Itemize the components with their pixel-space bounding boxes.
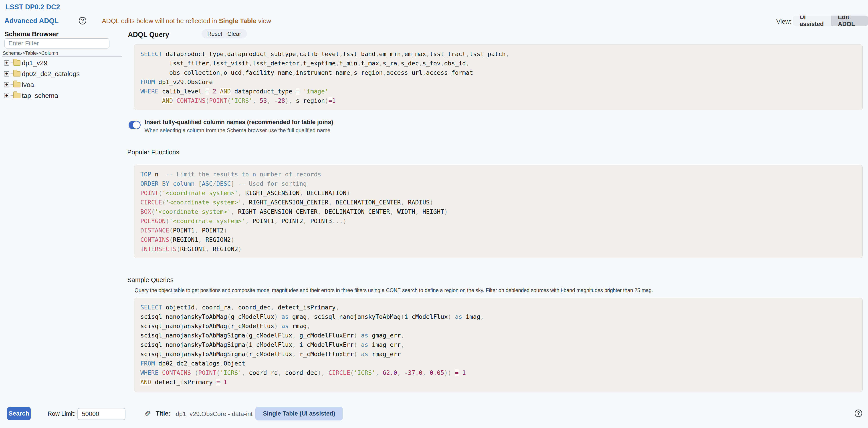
tree-connector xyxy=(10,62,13,63)
pencil-icon[interactable]: ✎ xyxy=(144,409,151,419)
schema-divider xyxy=(2,56,122,57)
expand-icon[interactable]: + xyxy=(4,71,9,77)
help-icon[interactable]: ? xyxy=(855,409,862,417)
tree-item-tap-schema[interactable]: +tap_schema xyxy=(4,90,120,101)
warning-suffix: view xyxy=(256,17,271,25)
tree-item-dp1-v29[interactable]: +dp1_v29 xyxy=(4,57,120,68)
expand-icon[interactable]: + xyxy=(4,60,9,66)
schema-tree: +dp1_v29 +dp02_dc2_catalogs +ivoa +tap_s… xyxy=(4,57,120,101)
tree-item-label: ivoa xyxy=(22,81,34,89)
schema-browser-heading: Schema Browser xyxy=(4,30,59,38)
view-toggle-group: UI assisted Edit ADQL xyxy=(793,16,868,26)
toggle-sublabel: When selecting a column from the Schema … xyxy=(145,127,330,133)
sample-queries-heading: Sample Queries xyxy=(127,276,174,284)
folder-icon xyxy=(13,93,21,98)
tree-connector xyxy=(10,95,13,96)
warning-text: ADQL edits below will not be reflected i… xyxy=(102,17,271,25)
view-label: View: xyxy=(776,18,792,25)
folder-icon xyxy=(13,60,21,66)
adql-query-editor[interactable]: SELECT dataproduct_type,dataproduct_subt… xyxy=(134,44,863,110)
fully-qualified-toggle[interactable] xyxy=(129,121,141,129)
expand-icon[interactable]: + xyxy=(4,82,9,87)
advanced-adql-page: { "app": { "title": "LSST DP0.2 DC2" }, … xyxy=(0,0,868,428)
popular-functions-panel: TOP n -- Limit the results to n number o… xyxy=(134,164,863,258)
tree-connector xyxy=(10,73,13,74)
search-button[interactable]: Search xyxy=(7,407,31,420)
tree-item-label: tap_schema xyxy=(22,92,58,99)
single-table-button[interactable]: Single Table (UI assisted) xyxy=(255,407,343,421)
tree-item-label: dp1_v29 xyxy=(22,59,48,67)
row-limit-label: Row Limit: xyxy=(48,410,75,417)
title-label: Title: xyxy=(156,410,170,417)
sample-query-description: Query the object table to get positions … xyxy=(134,287,824,294)
tree-item-label: dp02_dc2_catalogs xyxy=(22,70,80,78)
adql-query-heading: ADQL Query xyxy=(128,31,169,39)
page-title: LSST DP0.2 DC2 xyxy=(6,3,60,11)
view-toggle-ui-assisted[interactable]: UI assisted xyxy=(793,16,831,26)
warning-bold: Single Table xyxy=(219,17,256,25)
tree-connector xyxy=(10,84,13,85)
advanced-adql-heading: Advanced ADQL xyxy=(4,17,59,25)
expand-icon[interactable]: + xyxy=(4,93,9,98)
clear-button[interactable]: Clear xyxy=(222,29,247,38)
adql-help-icon[interactable]: ? xyxy=(79,17,86,25)
warning-prefix: ADQL edits below will not be reflected i… xyxy=(102,17,219,25)
tree-item-dp02-dc2-catalogs[interactable]: +dp02_dc2_catalogs xyxy=(4,68,120,79)
schema-hint: Schema->Table->Column xyxy=(3,50,58,56)
schema-filter-input[interactable] xyxy=(4,38,110,49)
row-limit-input[interactable] xyxy=(78,408,125,420)
folder-icon xyxy=(13,71,21,77)
tree-item-ivoa[interactable]: +ivoa xyxy=(4,79,120,90)
sample-query-panel: SELECT objectId, coord_ra, coord_dec, de… xyxy=(134,298,863,392)
toggle-label: Insert fully-qualified column names (rec… xyxy=(145,119,333,126)
title-value: dp1_v29.ObsCore - data-int xyxy=(176,410,253,418)
folder-icon xyxy=(13,82,21,87)
view-toggle-edit-adql[interactable]: Edit ADQL xyxy=(831,16,868,26)
popular-functions-heading: Popular Functions xyxy=(127,149,179,156)
toggle-knob xyxy=(133,121,140,129)
